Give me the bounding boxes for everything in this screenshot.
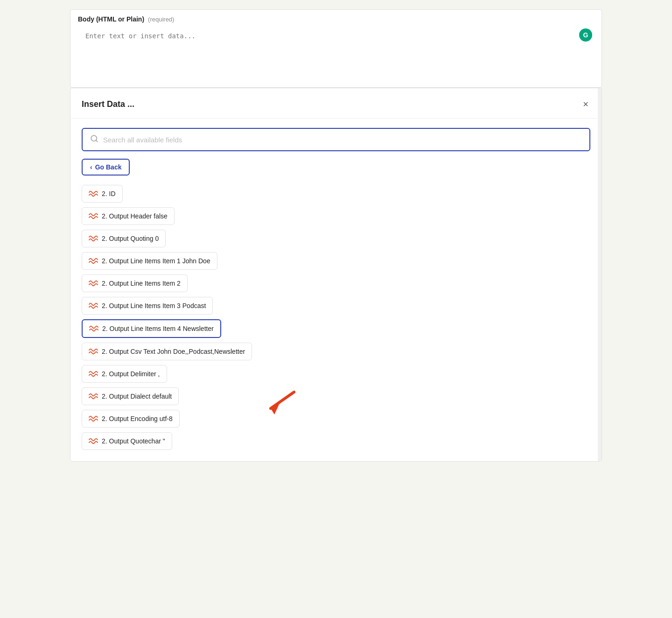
wave-icon xyxy=(89,348,98,355)
field-item-field-csv-text[interactable]: 2. Output Csv Text John Doe,,Podcast,New… xyxy=(82,343,252,360)
insert-data-panel: Insert Data ... × ‹ Go Back xyxy=(70,88,602,462)
field-label: 2. Output Quotechar " xyxy=(102,437,165,445)
field-item-field-line-items-4[interactable]: 2. Output Line Items Item 4 Newsletter xyxy=(82,319,221,338)
wave-icon xyxy=(89,302,98,309)
field-item-field-output-header[interactable]: 2. Output Header false xyxy=(82,207,175,225)
insert-data-title: Insert Data ... xyxy=(82,99,134,109)
chevron-left-icon: ‹ xyxy=(90,163,92,171)
field-label: 2. Output Header false xyxy=(102,212,168,220)
field-label: 2. Output Line Items Item 2 xyxy=(102,280,181,287)
search-box xyxy=(82,128,590,151)
field-label: 2. Output Line Items Item 1 John Doe xyxy=(102,257,210,265)
fields-list: 2. ID 2. Output Header false 2. Output Q… xyxy=(70,185,602,461)
field-item-field-line-items-3[interactable]: 2. Output Line Items Item 3 Podcast xyxy=(82,297,213,315)
go-back-button[interactable]: ‹ Go Back xyxy=(82,159,130,176)
field-label: 2. Output Quoting 0 xyxy=(102,235,159,242)
body-field-input-wrapper: G xyxy=(70,23,602,87)
field-item-field-delimiter[interactable]: 2. Output Delimiter , xyxy=(82,365,167,383)
search-input[interactable] xyxy=(103,136,582,144)
field-label: 2. ID xyxy=(102,190,116,197)
field-label: 2. Output Line Items Item 4 Newsletter xyxy=(102,325,214,332)
wave-icon xyxy=(89,437,98,445)
field-item-field-dialect[interactable]: 2. Output Dialect default xyxy=(82,387,179,405)
field-label: 2. Output Line Items Item 3 Podcast xyxy=(102,302,206,309)
body-field-label-text: Body (HTML or Plain) xyxy=(78,15,144,23)
field-label: 2. Output Csv Text John Doe,,Podcast,New… xyxy=(102,348,245,355)
field-label: 2. Output Delimiter , xyxy=(102,370,160,378)
field-item-field-line-items-2[interactable]: 2. Output Line Items Item 2 xyxy=(82,274,188,292)
field-item-field-id[interactable]: 2. ID xyxy=(82,185,123,203)
wave-icon xyxy=(89,280,98,287)
field-item-field-quotechar[interactable]: 2. Output Quotechar " xyxy=(82,432,172,450)
field-label: 2. Output Dialect default xyxy=(102,393,172,400)
wave-icon xyxy=(89,257,98,265)
insert-data-header: Insert Data ... × xyxy=(70,88,602,119)
field-item-field-output-quoting[interactable]: 2. Output Quoting 0 xyxy=(82,230,166,247)
close-button[interactable]: × xyxy=(581,98,590,111)
grammarly-icon[interactable]: G xyxy=(579,28,592,42)
wave-icon xyxy=(89,325,98,332)
field-item-field-encoding[interactable]: 2. Output Encoding utf-8 xyxy=(82,410,180,428)
scrollbar[interactable] xyxy=(598,88,602,461)
wave-icon xyxy=(89,212,98,220)
field-label: 2. Output Encoding utf-8 xyxy=(102,415,173,422)
go-back-section: ‹ Go Back xyxy=(70,159,602,185)
wave-icon xyxy=(89,190,98,197)
wave-icon xyxy=(89,393,98,400)
wave-icon xyxy=(89,415,98,422)
svg-line-1 xyxy=(96,140,97,141)
body-field-section: Body (HTML or Plain) (required) G xyxy=(70,9,602,88)
search-icon xyxy=(90,134,98,145)
search-container xyxy=(70,119,602,159)
wave-icon xyxy=(89,235,98,242)
go-back-label: Go Back xyxy=(95,163,122,171)
field-item-field-line-items-1[interactable]: 2. Output Line Items Item 1 John Doe xyxy=(82,252,217,270)
body-field-label: Body (HTML or Plain) (required) xyxy=(70,10,602,23)
body-field-required: (required) xyxy=(148,16,174,23)
body-field-input[interactable] xyxy=(78,27,594,78)
wave-icon xyxy=(89,370,98,378)
